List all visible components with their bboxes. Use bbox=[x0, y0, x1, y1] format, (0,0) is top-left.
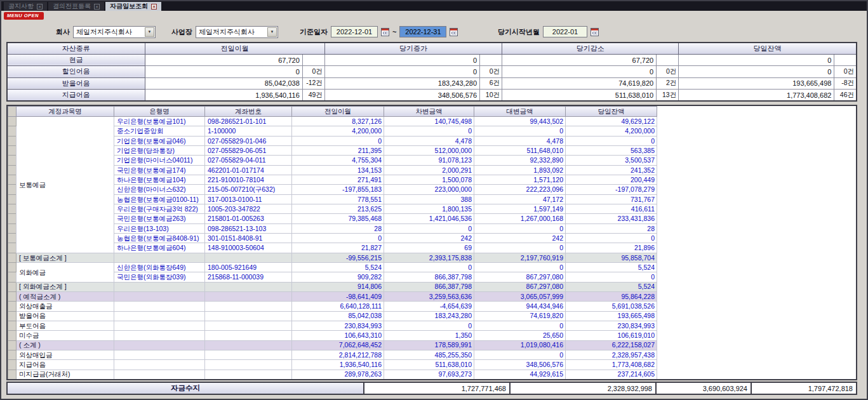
table-row[interactable]: 보통예금우리은행(보통예금101)098-286521-01-1018,327,… bbox=[8, 117, 657, 126]
row-selector[interactable] bbox=[8, 370, 17, 379]
row-selector[interactable] bbox=[8, 253, 17, 262]
table-row[interactable]: ( 예적금소계 )-98,641,4093,259,563,6363,065,0… bbox=[8, 291, 657, 301]
amount-cell: 4,755,304 bbox=[292, 156, 384, 165]
summary-row[interactable]: 지급어음1,936,540,11649건348,506,57610건511,63… bbox=[7, 90, 857, 101]
bank-name-cell: 기업은행(보통예금046) bbox=[114, 136, 205, 145]
row-selector[interactable] bbox=[8, 262, 17, 272]
amount-cell: 2,328,957,438 bbox=[566, 350, 657, 359]
site-select[interactable]: 제일저지주식회사 ▼ bbox=[196, 26, 278, 38]
row-selector[interactable] bbox=[8, 331, 17, 340]
table-row[interactable]: 외상매입금2,814,212,788485,255,35002,328,957,… bbox=[8, 350, 657, 359]
tab-voucher-entry[interactable]: 결의전표등록 × bbox=[48, 2, 104, 11]
summary-row[interactable]: 받을어음85,042,038-12건183,243,2806건74,619,82… bbox=[7, 77, 857, 89]
account-number-cell: 027-055829-01-046 bbox=[205, 136, 292, 145]
amount-cell: 1,936,540,116 bbox=[292, 360, 384, 370]
table-row[interactable]: 부도어음230,834,99300230,834,993 bbox=[8, 321, 657, 330]
tab-label: 결의전표등록 bbox=[53, 2, 91, 11]
chevron-down-icon[interactable]: ▼ bbox=[145, 27, 154, 37]
table-row[interactable]: [ 보통예금소계 ]-99,556,2152,393,175,8382,197,… bbox=[8, 253, 657, 262]
account-number-cell: 462201-01-017174 bbox=[205, 165, 292, 175]
amount-cell: 867,297,080 bbox=[474, 272, 566, 282]
amount-cell: 67,720 bbox=[145, 54, 302, 65]
row-selector[interactable] bbox=[8, 223, 17, 233]
row-selector[interactable] bbox=[8, 302, 17, 311]
amount-cell: 866,387,798 bbox=[384, 272, 474, 282]
row-selector[interactable] bbox=[8, 185, 17, 194]
account-name-cell: 미수금 bbox=[17, 331, 114, 340]
calendar-icon[interactable] bbox=[591, 28, 599, 36]
calendar-icon[interactable] bbox=[381, 28, 389, 36]
base-date-from-input[interactable]: 2022-12-01 bbox=[331, 26, 378, 37]
row-selector[interactable] bbox=[8, 194, 17, 204]
amount-cell: 230,834,993 bbox=[566, 321, 657, 330]
row-selector[interactable] bbox=[8, 321, 17, 330]
row-selector[interactable] bbox=[8, 340, 17, 350]
amount-cell: 0 bbox=[324, 54, 479, 65]
amount-cell: 866,387,798 bbox=[384, 282, 474, 291]
tab-notice[interactable]: 공지사항 × bbox=[4, 2, 47, 11]
account-number-cell: 221-910010-78104 bbox=[205, 175, 292, 184]
bank-name-cell: 중소기업중앙회 bbox=[114, 126, 205, 136]
amount-cell: 511,638,010 bbox=[384, 360, 474, 370]
row-selector[interactable] bbox=[8, 291, 17, 301]
period-start-input[interactable]: 2022-01 bbox=[543, 26, 587, 37]
calendar-icon[interactable] bbox=[450, 28, 458, 36]
close-icon[interactable]: × bbox=[151, 4, 157, 10]
table-row[interactable]: ( 소계 )7,062,648,452178,589,9911,019,080,… bbox=[8, 340, 657, 350]
amount-cell: -98,641,409 bbox=[292, 291, 384, 301]
close-icon[interactable]: × bbox=[37, 4, 43, 10]
account-name-cell: ( 소계 ) bbox=[17, 340, 114, 350]
row-selector[interactable] bbox=[8, 136, 17, 145]
site-label: 사업장 bbox=[171, 27, 192, 37]
table-row[interactable]: 외화예금신한은행(외화통장649)180-005-9216495,524005,… bbox=[8, 262, 657, 272]
amount-cell: 348,506,576 bbox=[474, 360, 566, 370]
company-label: 회사 bbox=[56, 27, 70, 37]
amount-cell: 1,936,540,116 bbox=[145, 90, 302, 101]
row-selector[interactable] bbox=[8, 350, 17, 359]
company-select[interactable]: 제일저지주식회사 ▼ bbox=[73, 26, 156, 38]
row-selector[interactable] bbox=[8, 156, 17, 165]
chevron-down-icon[interactable]: ▼ bbox=[267, 27, 277, 37]
summary-row[interactable]: 현금67,720067,7200 bbox=[7, 54, 857, 65]
summary-header-row: 자산종류 전일이월 당기증가 당기감소 당일잔액 bbox=[7, 43, 857, 54]
column-header: 자산종류 bbox=[7, 43, 145, 54]
table-row[interactable]: 외상매출금6,640,128,111-4,654,639944,434,9465… bbox=[8, 302, 657, 311]
account-number-cell: 027-055829-06-051 bbox=[205, 145, 292, 155]
tab-daily-fund-report[interactable]: 자금일보조회 × bbox=[105, 2, 161, 11]
column-header: 차변금액 bbox=[384, 107, 474, 117]
row-selector[interactable] bbox=[8, 117, 17, 126]
amount-cell: 1,421,046,536 bbox=[384, 214, 474, 223]
row-selector[interactable] bbox=[8, 175, 17, 184]
row-selector[interactable] bbox=[8, 233, 17, 243]
row-selector[interactable] bbox=[8, 282, 17, 291]
close-icon[interactable]: × bbox=[94, 4, 100, 10]
row-selector[interactable] bbox=[8, 214, 17, 223]
amount-cell: 348,506,576 bbox=[324, 90, 479, 101]
table-row[interactable]: 지급어음1,936,540,116511,638,010348,506,5761… bbox=[8, 360, 657, 370]
table-row[interactable]: 미수금106,643,3101,35025,650106,619,010 bbox=[8, 331, 657, 340]
table-row[interactable]: [ 외화예금소계 ]914,806866,387,798867,297,0805… bbox=[8, 282, 657, 291]
amount-cell: 512,000,000 bbox=[384, 145, 474, 155]
summary-row[interactable]: 할인어음00건00건00건00건 bbox=[7, 66, 857, 77]
row-selector[interactable] bbox=[8, 360, 17, 370]
account-name-cell: [ 외화예금소계 ] bbox=[17, 282, 114, 291]
amount-cell: 909,282 bbox=[292, 272, 384, 282]
account-number-cell: 027-055829-04-011 bbox=[205, 156, 292, 165]
row-selector[interactable] bbox=[8, 311, 17, 321]
row-selector[interactable] bbox=[8, 165, 17, 175]
menu-open-button[interactable]: MENU OPEN bbox=[4, 12, 44, 20]
base-date-to-input[interactable]: 2022-12-31 bbox=[399, 26, 446, 37]
table-row[interactable]: 받을어음85,042,038183,243,28074,619,820193,6… bbox=[8, 311, 657, 321]
fund-balance-label: 자금수지 bbox=[8, 383, 364, 394]
row-selector[interactable] bbox=[8, 145, 17, 155]
amount-cell: 193,665,498 bbox=[679, 77, 834, 89]
amount-cell: 4,478 bbox=[474, 136, 566, 145]
amount-cell: 44,929,615 bbox=[474, 370, 566, 379]
amount-cell: 7,062,648,452 bbox=[292, 340, 384, 350]
table-row[interactable]: 미지급금(거래처)289,978,26397,693,27344,929,615… bbox=[8, 370, 657, 379]
row-selector[interactable] bbox=[8, 243, 17, 253]
count-cell bbox=[302, 54, 324, 65]
row-selector[interactable] bbox=[8, 126, 17, 136]
row-selector[interactable] bbox=[8, 204, 17, 213]
row-selector[interactable] bbox=[8, 272, 17, 282]
